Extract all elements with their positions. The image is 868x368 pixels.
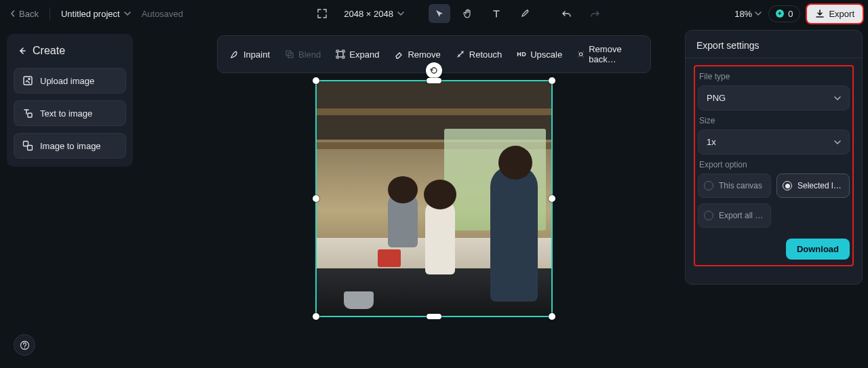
svg-rect-1 (28, 113, 32, 117)
chevron-down-icon (397, 10, 404, 17)
zoom-dropdown[interactable]: 18% (734, 9, 762, 19)
redo-button[interactable] (585, 4, 606, 23)
expand-icon (336, 49, 345, 59)
upload-image-button[interactable]: Upload image (14, 68, 126, 94)
radio-icon (704, 181, 713, 190)
file-type-value: PNG (707, 93, 726, 103)
image-to-image-button[interactable]: Image to image (14, 133, 126, 159)
export-option-all[interactable]: Export all … (698, 203, 771, 228)
fit-frame-icon (317, 8, 328, 19)
export-option-canvas[interactable]: This canvas (698, 173, 771, 198)
credits-icon: ✦ (776, 9, 784, 18)
export-option-all-label: Export all … (719, 211, 763, 220)
inpaint-label: Inpaint (243, 49, 270, 60)
hand-icon (462, 8, 473, 19)
file-type-label: File type (699, 72, 850, 81)
image-to-image-label: Image to image (40, 141, 101, 151)
create-label: Create (33, 45, 65, 57)
undo-button[interactable] (556, 4, 578, 23)
chevron-down-icon (834, 95, 841, 102)
help-button[interactable] (14, 334, 35, 356)
upload-image-icon (22, 75, 33, 86)
remove-tool[interactable]: Remove (387, 45, 447, 64)
export-label: Export (829, 9, 854, 19)
create-sidebar: Create Upload image Text to image Image … (7, 34, 133, 167)
svg-rect-0 (24, 77, 32, 85)
brush-tool-button[interactable] (514, 4, 536, 23)
upload-image-label: Upload image (40, 76, 94, 86)
radio-icon (704, 211, 713, 220)
download-icon (815, 9, 825, 18)
upscale-label: Upscale (530, 49, 562, 60)
credits-pill[interactable]: ✦ 0 (768, 5, 800, 22)
back-label: Back (19, 9, 39, 19)
remove-label: Remove (408, 49, 440, 60)
project-title-dropdown[interactable]: Untitled project (57, 6, 135, 22)
expand-tool[interactable]: Expand (329, 45, 386, 64)
credits-value: 0 (788, 9, 793, 19)
export-option-label: Export option (699, 160, 850, 169)
canvas-dimensions-dropdown[interactable]: 2048 × 2048 (340, 6, 408, 22)
create-link[interactable]: Create (14, 42, 126, 61)
rotate-handle[interactable] (426, 62, 442, 79)
export-panel-title: Export settings (686, 40, 862, 58)
export-option-canvas-label: This canvas (719, 181, 762, 190)
help-icon (20, 340, 30, 350)
divider (50, 7, 50, 20)
selected-image[interactable] (317, 81, 551, 316)
resize-handle-br[interactable] (549, 313, 555, 320)
blend-label: Blend (298, 49, 321, 60)
size-value: 1x (707, 137, 716, 147)
size-label: Size (699, 116, 850, 125)
export-panel: Export settings File type PNG Size 1x Ex… (685, 30, 863, 285)
remove-background-tool[interactable]: Remove back… (570, 40, 645, 68)
text-icon (492, 9, 501, 18)
resize-handle-mr[interactable] (549, 195, 555, 202)
text-to-image-icon (22, 108, 33, 119)
redo-icon (590, 9, 600, 19)
resize-handle-tm[interactable] (427, 78, 441, 83)
selection-frame[interactable] (315, 80, 553, 317)
fit-frame-button[interactable] (311, 4, 333, 23)
image-to-image-icon (22, 140, 33, 151)
resize-handle-bm[interactable] (427, 314, 441, 319)
remove-bg-label: Remove back… (589, 44, 638, 64)
text-tool-button[interactable] (486, 4, 507, 23)
zoom-value: 18% (734, 9, 752, 19)
undo-icon (561, 9, 572, 19)
retouch-icon (456, 49, 465, 59)
chevron-left-icon (9, 10, 16, 17)
resize-handle-bl[interactable] (313, 313, 319, 320)
pointer-tool-button[interactable] (429, 4, 450, 23)
download-button[interactable]: Download (786, 239, 850, 260)
autosaved-status: Autosaved (142, 9, 183, 19)
size-select[interactable]: 1x (698, 129, 850, 155)
inpaint-tool[interactable]: Inpaint (223, 45, 277, 64)
file-type-select[interactable]: PNG (698, 85, 850, 110)
chevron-down-icon (834, 139, 841, 146)
retouch-tool[interactable]: Retouch (449, 45, 509, 64)
resize-handle-tl[interactable] (313, 77, 319, 84)
resize-handle-tr[interactable] (549, 77, 555, 84)
chevron-down-icon (755, 10, 762, 17)
retouch-label: Retouch (469, 49, 502, 60)
expand-label: Expand (349, 49, 379, 60)
eraser-icon (394, 49, 403, 59)
export-option-selected[interactable]: Selected l… (776, 173, 850, 198)
remove-bg-icon (577, 49, 585, 59)
back-button[interactable]: Back (5, 6, 43, 22)
brush-icon (519, 9, 530, 19)
chevron-down-icon (124, 10, 131, 17)
export-button[interactable]: Export (807, 5, 863, 23)
resize-handle-ml[interactable] (313, 195, 319, 202)
blend-icon (285, 49, 294, 59)
upscale-tool[interactable]: HD Upscale (510, 45, 569, 64)
export-option-selected-label: Selected l… (797, 181, 842, 190)
svg-rect-6 (338, 52, 343, 57)
hand-tool-button[interactable] (457, 4, 479, 23)
text-to-image-label: Text to image (40, 108, 92, 119)
canvas-area[interactable] (315, 68, 553, 319)
text-to-image-button[interactable]: Text to image (14, 100, 126, 126)
hd-icon: HD (517, 51, 526, 58)
canvas-dimensions-text: 2048 × 2048 (344, 9, 393, 19)
